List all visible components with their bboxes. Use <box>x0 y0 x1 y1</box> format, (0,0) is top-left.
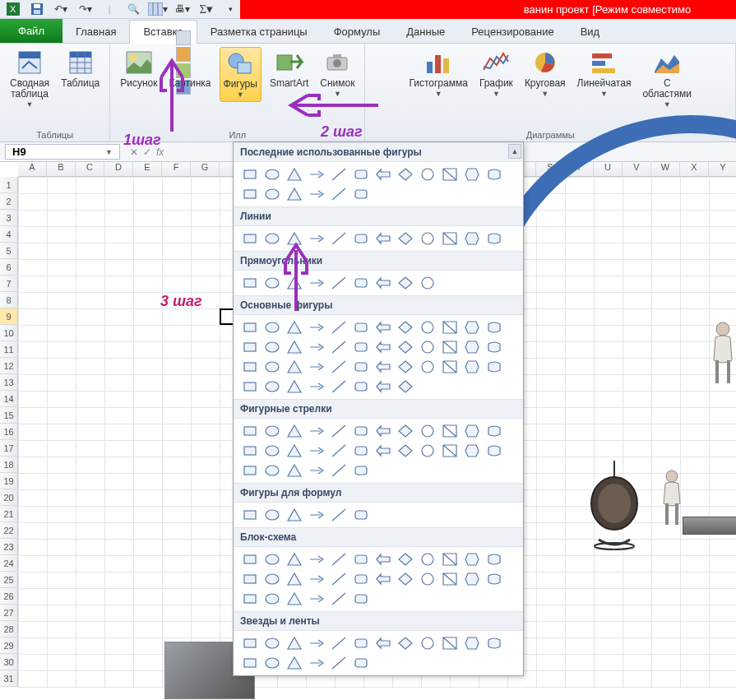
shape-item[interactable] <box>327 569 349 589</box>
shape-item[interactable] <box>483 421 505 441</box>
shape-item[interactable] <box>416 441 438 461</box>
fx-icon[interactable]: fx <box>156 146 164 158</box>
shape-item[interactable] <box>394 377 416 396</box>
save-icon[interactable] <box>27 1 46 17</box>
pivot-chart-icon[interactable]: ▾ <box>148 1 168 17</box>
shape-item[interactable] <box>261 377 283 396</box>
column-header[interactable]: D <box>104 162 133 177</box>
shape-item[interactable] <box>283 273 305 293</box>
shape-item[interactable] <box>372 549 394 569</box>
shape-item[interactable] <box>238 569 261 589</box>
preview-icon[interactable]: 🔍 <box>124 1 143 17</box>
column-header[interactable]: S <box>536 162 565 177</box>
shape-item[interactable] <box>483 229 505 248</box>
shape-item[interactable] <box>349 461 372 480</box>
shape-item[interactable] <box>416 337 438 357</box>
shape-item[interactable] <box>327 229 349 248</box>
column-header[interactable]: X <box>680 162 709 177</box>
tab-file[interactable]: Файл <box>0 19 62 43</box>
shape-item[interactable] <box>305 569 327 589</box>
row-header[interactable]: 27 <box>0 605 18 621</box>
shape-item[interactable] <box>416 165 438 184</box>
shape-item[interactable] <box>349 229 372 248</box>
shape-item[interactable] <box>438 421 461 441</box>
shape-item[interactable] <box>394 549 416 569</box>
shape-item[interactable] <box>349 273 372 293</box>
shape-item[interactable] <box>372 421 394 441</box>
tab-layout[interactable]: Разметка страницы <box>197 21 321 43</box>
shape-item[interactable] <box>349 357 372 377</box>
shape-item[interactable] <box>349 318 372 337</box>
shape-item[interactable] <box>483 569 505 589</box>
row-header[interactable]: 16 <box>0 424 18 440</box>
shape-item[interactable] <box>261 505 283 525</box>
shape-item[interactable] <box>327 273 349 293</box>
shape-item[interactable] <box>238 357 261 377</box>
shape-item[interactable] <box>349 505 372 525</box>
shape-item[interactable] <box>261 421 283 441</box>
shape-item[interactable] <box>416 633 438 653</box>
shape-item[interactable] <box>261 633 283 653</box>
shape-item[interactable] <box>327 633 349 653</box>
tab-data[interactable]: Данные <box>393 21 458 43</box>
shape-item[interactable] <box>327 653 349 673</box>
shape-item[interactable] <box>305 549 327 569</box>
shape-item[interactable] <box>483 318 505 337</box>
shape-item[interactable] <box>349 377 372 396</box>
row-header[interactable]: 10 <box>0 325 18 341</box>
picture-button[interactable]: Рисунок <box>117 47 160 90</box>
shape-item[interactable] <box>238 461 261 480</box>
enter-icon[interactable]: ✓ <box>143 146 151 158</box>
shape-item[interactable] <box>438 549 461 569</box>
shape-item[interactable] <box>283 549 305 569</box>
shape-item[interactable] <box>461 633 483 653</box>
shape-item[interactable] <box>283 569 305 589</box>
shape-item[interactable] <box>438 318 461 337</box>
shape-item[interactable] <box>394 273 416 293</box>
shape-item[interactable] <box>305 357 327 377</box>
shape-item[interactable] <box>416 357 438 377</box>
shape-item[interactable] <box>372 273 394 293</box>
shape-item[interactable] <box>261 357 283 377</box>
shape-item[interactable] <box>394 441 416 461</box>
shape-item[interactable] <box>416 421 438 441</box>
row-header[interactable]: 3 <box>0 210 18 226</box>
shape-item[interactable] <box>327 505 349 525</box>
row-header[interactable]: 4 <box>0 226 18 243</box>
shape-item[interactable] <box>327 318 349 337</box>
shape-item[interactable] <box>261 165 283 184</box>
shape-item[interactable] <box>349 337 372 357</box>
shape-item[interactable] <box>327 337 349 357</box>
shape-item[interactable] <box>327 421 349 441</box>
shape-item[interactable] <box>394 357 416 377</box>
shape-item[interactable] <box>416 549 438 569</box>
shape-item[interactable] <box>283 165 305 184</box>
shape-item[interactable] <box>238 318 261 337</box>
shape-item[interactable] <box>305 505 327 525</box>
shape-item[interactable] <box>283 505 305 525</box>
shape-item[interactable] <box>483 441 505 461</box>
shape-item[interactable] <box>438 229 461 248</box>
clipart-button[interactable]: Картинка <box>165 47 214 90</box>
shape-item[interactable] <box>438 441 461 461</box>
shape-item[interactable] <box>283 377 305 396</box>
shape-item[interactable] <box>238 421 261 441</box>
shape-item[interactable] <box>394 633 416 653</box>
shape-item[interactable] <box>283 229 305 248</box>
shape-item[interactable] <box>283 441 305 461</box>
shape-item[interactable] <box>349 569 372 589</box>
shape-item[interactable] <box>349 421 372 441</box>
shape-item[interactable] <box>483 549 505 569</box>
tab-home[interactable]: Главная <box>62 21 129 43</box>
column-header[interactable]: U <box>594 162 623 177</box>
shape-item[interactable] <box>261 441 283 461</box>
area-chart-button[interactable]: С областями ▼ <box>639 47 695 111</box>
column-header[interactable]: T <box>565 162 594 177</box>
row-header[interactable]: 2 <box>0 193 18 210</box>
shape-item[interactable] <box>372 569 394 589</box>
shape-item[interactable] <box>238 184 261 204</box>
column-header[interactable]: B <box>47 162 76 177</box>
row-header[interactable]: 20 <box>0 489 18 506</box>
row-header[interactable]: 5 <box>0 243 18 259</box>
row-header[interactable]: 26 <box>0 588 18 605</box>
